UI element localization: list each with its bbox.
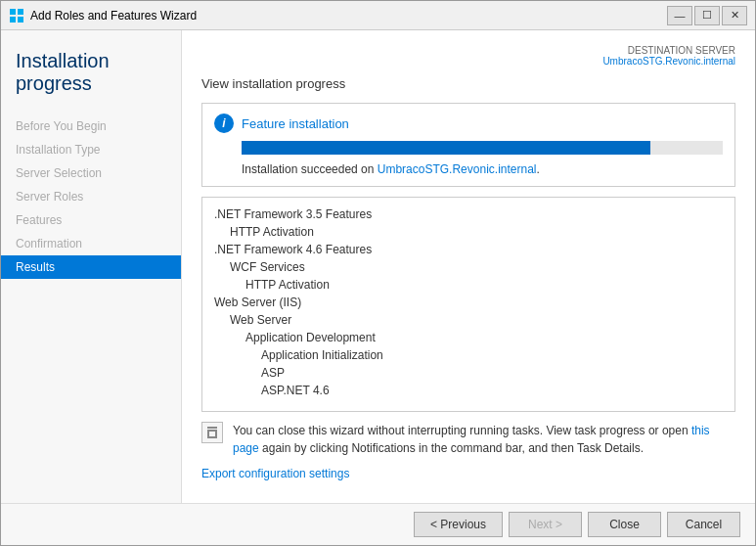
title-bar: Add Roles and Features Wizard — ☐ ✕ bbox=[1, 1, 755, 30]
sidebar: Installation progress Before You Begin I… bbox=[1, 30, 182, 503]
sidebar-item-server-selection: Server Selection bbox=[1, 161, 181, 185]
success-text-after: . bbox=[537, 162, 540, 176]
export-configuration-link[interactable]: Export configuration settings bbox=[201, 467, 735, 480]
section-title: View installation progress bbox=[201, 76, 735, 91]
list-item: .NET Framework 3.5 Features bbox=[202, 205, 734, 223]
svg-rect-3 bbox=[18, 17, 23, 23]
previous-button[interactable]: < Previous bbox=[414, 512, 503, 537]
close-button[interactable]: Close bbox=[588, 512, 661, 537]
svg-rect-2 bbox=[10, 17, 16, 23]
destination-server-label: DESTINATION SERVER bbox=[201, 45, 735, 56]
window-controls: — ☐ ✕ bbox=[667, 6, 747, 25]
list-item: WCF Services bbox=[202, 258, 734, 276]
list-item: HTTP Activation bbox=[202, 276, 734, 294]
notification-box: You can close this wizard without interr… bbox=[201, 412, 735, 467]
notification-text: You can close this wizard without interr… bbox=[233, 422, 735, 457]
feature-installation-header: i Feature installation bbox=[214, 114, 723, 133]
svg-rect-1 bbox=[18, 9, 23, 15]
list-item: ASP.NET 4.6 bbox=[202, 382, 734, 399]
list-item: ASP bbox=[202, 364, 734, 382]
success-server-link: UmbracoSTG.Revonic.internal bbox=[378, 162, 537, 176]
list-item: .NET Framework 4.6 Features bbox=[202, 241, 734, 258]
progress-bar-fill bbox=[242, 141, 650, 155]
list-item: Web Server bbox=[202, 311, 734, 329]
next-button[interactable]: Next > bbox=[509, 512, 582, 537]
svg-rect-6 bbox=[209, 432, 215, 436]
list-item: Application Initialization bbox=[202, 346, 734, 364]
feature-installation-box: i Feature installation Installation succ… bbox=[201, 103, 735, 187]
svg-rect-4 bbox=[207, 427, 217, 429]
notification-icon bbox=[201, 422, 223, 443]
list-item: Application Development bbox=[202, 329, 734, 346]
sidebar-item-server-roles: Server Roles bbox=[1, 185, 181, 208]
list-item: HTTP Activation bbox=[202, 223, 734, 241]
results-list-container: .NET Framework 3.5 Features HTTP Activat… bbox=[201, 197, 735, 412]
results-list[interactable]: .NET Framework 3.5 Features HTTP Activat… bbox=[202, 198, 734, 411]
close-window-button[interactable]: ✕ bbox=[722, 6, 747, 25]
sidebar-item-before-you-begin: Before You Begin bbox=[1, 114, 181, 138]
minimize-button[interactable]: — bbox=[667, 6, 692, 25]
cancel-button[interactable]: Cancel bbox=[667, 512, 740, 537]
info-icon: i bbox=[214, 114, 234, 133]
notification-text-before: You can close this wizard without interr… bbox=[233, 424, 691, 437]
feature-installation-title: Feature installation bbox=[242, 116, 349, 131]
main-window: Add Roles and Features Wizard — ☐ ✕ Inst… bbox=[0, 0, 756, 546]
content-area: Installation progress Before You Begin I… bbox=[1, 30, 755, 503]
sidebar-item-features: Features bbox=[1, 208, 181, 232]
svg-rect-0 bbox=[10, 9, 16, 15]
main-content-area: DESTINATION SERVER UmbracoSTG.Revonic.in… bbox=[182, 30, 755, 503]
footer: < Previous Next > Close Cancel bbox=[1, 503, 755, 545]
success-text-before: Installation succeeded on bbox=[242, 162, 378, 176]
installation-success-text: Installation succeeded on UmbracoSTG.Rev… bbox=[242, 162, 723, 176]
sidebar-item-confirmation: Confirmation bbox=[1, 232, 181, 255]
sidebar-item-results[interactable]: Results bbox=[1, 255, 181, 279]
destination-server-info: DESTINATION SERVER UmbracoSTG.Revonic.in… bbox=[201, 45, 735, 67]
page-title: Installation progress bbox=[1, 40, 181, 114]
destination-server-value: UmbracoSTG.Revonic.internal bbox=[602, 56, 735, 67]
notification-text-middle: again by clicking Notifications in the c… bbox=[259, 441, 644, 455]
progress-bar-container bbox=[242, 141, 723, 155]
app-icon bbox=[9, 8, 24, 23]
nav-list: Before You Begin Installation Type Serve… bbox=[1, 114, 181, 279]
window-title: Add Roles and Features Wizard bbox=[30, 9, 667, 23]
sidebar-item-installation-type: Installation Type bbox=[1, 138, 181, 161]
list-item: Web Server (IIS) bbox=[202, 294, 734, 311]
maximize-button[interactable]: ☐ bbox=[694, 6, 720, 25]
